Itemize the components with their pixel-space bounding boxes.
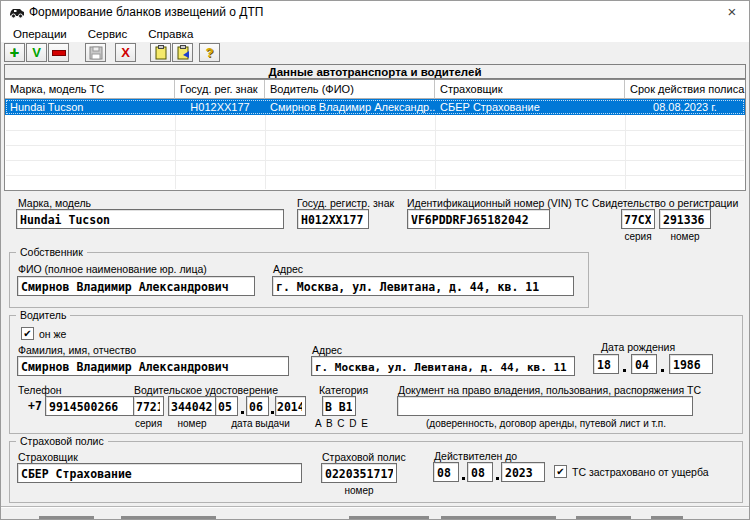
birth-day-input[interactable] [593,354,619,374]
driver-name-label: Фамилия, имя, отчество [18,344,136,356]
owner-fio-input[interactable] [17,276,255,296]
policy-number-caption: номер [321,485,397,496]
cert-series-input[interactable] [621,209,655,229]
menu-help[interactable]: Справка [145,28,196,40]
damage-insured-label: ТС застраховано от ущерба [572,466,709,478]
make-label: Марка, модель [18,197,91,209]
clipboard-icon [154,45,168,60]
grid-line [6,175,744,176]
license-issue-month-input[interactable] [246,396,269,416]
copy-button[interactable] [150,43,171,62]
divider [1,507,750,508]
toolbar: + V X ? [1,42,749,63]
confirm-button[interactable]: V [26,43,47,62]
menu-bar: Операции Сервис Справка [1,25,749,42]
valid-year-input[interactable] [501,462,545,482]
column-header-plate[interactable]: Госуд. рег. знак [175,80,265,99]
birth-month-input[interactable] [631,354,657,374]
minus-icon [52,50,66,56]
cropped-text-artifact [441,516,556,519]
import-button[interactable] [172,43,193,62]
cert-number-caption: номер [659,231,711,242]
license-series-caption: серия [128,418,169,429]
phone-input[interactable] [45,396,145,416]
cell-make: Hundai Tucson [5,99,175,115]
menu-operations[interactable]: Операции [10,28,70,40]
cancel-button[interactable]: X [115,43,136,62]
car-icon [9,6,25,19]
title-bar: Формирование бланков извещений о ДТП × [1,1,749,25]
phone-label: Телефон [18,384,62,396]
grid-line [6,130,744,131]
date-separator [496,477,499,480]
vin-input[interactable] [407,209,550,229]
cropped-text-artifact [39,516,94,519]
driver-group-label: Водитель [16,309,70,321]
make-input[interactable] [16,209,284,229]
save-button[interactable] [85,43,106,62]
license-number-caption: номер [168,418,216,429]
column-header-validity[interactable]: Срок действия полиса [625,80,745,99]
valid-day-input[interactable] [433,462,459,482]
delete-record-button[interactable] [48,43,69,62]
column-header-driver[interactable]: Водитель (ФИО) [265,80,435,99]
floppy-disk-icon [89,46,103,60]
category-label: Категория [319,384,368,396]
cropped-text-artifact [576,516,631,519]
date-separator [271,411,274,414]
owner-fio-label: ФИО (полное наименование юр. лица) [18,263,207,275]
plus-icon: + [10,46,19,60]
plate-label: Госуд. регистр. знак [297,197,394,209]
x-icon: X [121,45,130,60]
menu-service[interactable]: Сервис [85,28,130,40]
license-issue-day-input[interactable] [215,396,238,416]
add-record-button[interactable]: + [4,43,25,62]
category-input[interactable] [322,396,356,416]
help-button[interactable]: ? [199,43,220,62]
owner-address-label: Адрес [273,263,303,275]
question-mark-icon: ? [206,45,214,60]
owner-address-input[interactable] [272,276,574,296]
birth-year-input[interactable] [669,354,713,374]
policy-number-input[interactable] [321,463,397,483]
birth-date-label: Дата рождения [601,341,675,353]
insurer-input[interactable] [17,463,302,483]
license-series-input[interactable] [133,396,164,416]
valid-month-input[interactable] [467,462,493,482]
driver-address-input[interactable] [311,356,575,376]
owner-group-label: Собственник [16,246,87,258]
category-hint: A B C D E [315,418,365,429]
license-issue-year-input[interactable] [275,396,306,416]
insurer-label: Страховщик [18,451,78,463]
date-separator [661,369,664,372]
close-button[interactable]: × [721,2,743,22]
app-window: Формирование бланков извещений о ДТП × О… [0,0,750,520]
ownership-doc-label: Документ на право владения, пользования,… [398,384,701,396]
grid-line [6,145,744,146]
damage-insured-checkbox[interactable]: ✔ [554,465,567,478]
cropped-text-artifact [651,516,683,519]
license-number-input[interactable] [168,396,216,416]
column-header-insurer[interactable]: Страховщик [435,80,625,99]
policy-group-label: Страховой полис [16,435,108,447]
plate-input[interactable] [297,209,369,229]
cell-plate: Н012ХХ177 [175,99,265,115]
table-row-selected[interactable]: Hundai Tucson Н012ХХ177 Смирнов Владимир… [5,99,745,115]
vehicles-table: Марка, модель ТС Госуд. рег. знак Водите… [4,79,746,191]
cert-number-input[interactable] [659,209,711,229]
panel-title: Данные автотранспорта и водителей [4,64,746,79]
issue-date-caption: дата выдачи [215,418,306,429]
date-separator [462,477,465,480]
cell-validity: 08.08.2023 г. [625,99,745,115]
ownership-doc-input[interactable] [397,396,693,416]
column-header-make[interactable]: Марка, модель ТС [5,80,175,99]
clipboard-arrow-icon [176,45,190,60]
phone-prefix: +7 [28,399,42,413]
vin-label: Идентификационный номер (VIN) ТС [407,197,589,209]
same-person-label: он же [39,328,66,340]
same-person-checkbox[interactable]: ✔ [21,327,34,340]
cropped-text-artifact [121,516,216,519]
grid-line [625,115,626,189]
driver-name-input[interactable] [17,356,289,376]
driver-address-label: Адрес [312,344,342,356]
